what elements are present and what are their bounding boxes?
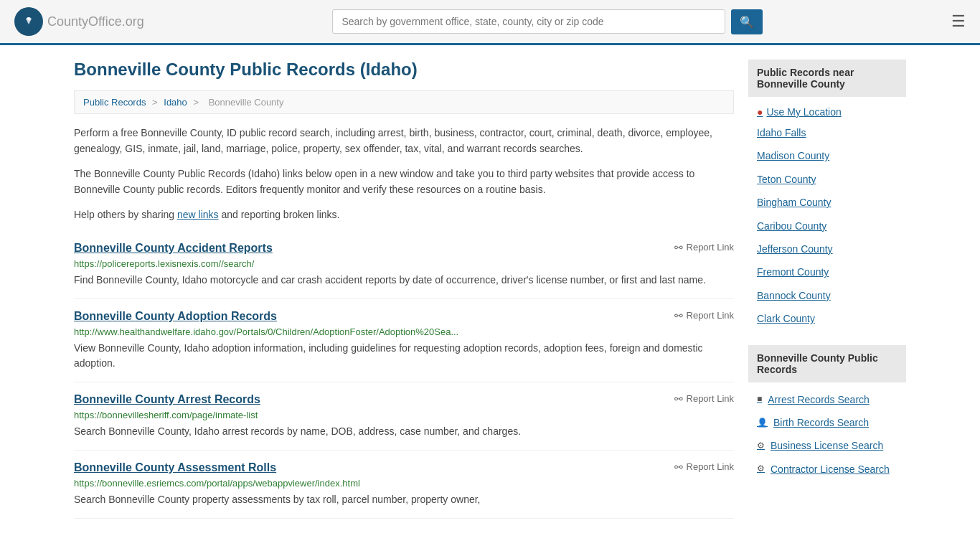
report-link-0[interactable]: ⚯ Report Link <box>674 242 734 253</box>
sidebar-record-icon-3: ⚙ <box>757 462 765 476</box>
description-1: Perform a free Bonneville County, ID pub… <box>74 125 734 157</box>
report-link-3[interactable]: ⚯ Report Link <box>674 461 734 473</box>
record-entry: Bonneville County Accident Reports ⚯ Rep… <box>74 231 734 299</box>
record-url-1[interactable]: http://www.healthandwelfare.idaho.gov/Po… <box>74 326 734 337</box>
nearby-section: Public Records near Bonneville County ● … <box>748 60 906 331</box>
report-link-2[interactable]: ⚯ Report Link <box>674 393 734 405</box>
breadcrumb-sep-1: > <box>152 97 160 108</box>
record-header-3: Bonneville County Assessment Rolls ⚯ Rep… <box>74 461 734 474</box>
description-3: Help others by sharing new links and rep… <box>74 207 734 222</box>
logo-icon <box>14 7 43 36</box>
report-icon-1: ⚯ <box>674 310 683 321</box>
menu-icon[interactable]: ☰ <box>951 12 966 31</box>
record-entry: Bonneville County Arrest Records ⚯ Repor… <box>74 382 734 451</box>
records-section-header: Bonneville County Public Records <box>748 345 906 382</box>
logo-text: CountyOffice.org <box>47 14 144 29</box>
report-link-label-0: Report Link <box>687 242 734 253</box>
breadcrumb-sep-2: > <box>193 97 201 108</box>
record-url-0[interactable]: https://policereports.lexisnexis.com//se… <box>74 258 734 269</box>
nearby-link-3[interactable]: Bingham County <box>748 191 906 214</box>
report-icon-3: ⚯ <box>674 461 683 473</box>
location-icon: ● <box>757 106 763 118</box>
search-icon: 🔍 <box>740 16 754 28</box>
records-section: Bonneville County Public Records ■ Arres… <box>748 345 906 481</box>
sidebar-record-icon-2: ⚙ <box>757 439 765 453</box>
breadcrumb: Public Records > Idaho > Bonneville Coun… <box>74 90 734 114</box>
report-link-1[interactable]: ⚯ Report Link <box>674 310 734 321</box>
record-desc-0: Find Bonneville County, Idaho motorcycle… <box>74 273 734 288</box>
content-area: Bonneville County Public Records (Idaho)… <box>74 60 734 519</box>
nearby-header: Public Records near Bonneville County <box>748 60 906 97</box>
sidebar-record-icon-1: 👤 <box>757 416 768 430</box>
sidebar-record-icon-0: ■ <box>757 392 762 406</box>
sidebar: Public Records near Bonneville County ● … <box>748 60 906 519</box>
sidebar-record-link-1[interactable]: 👤 Birth Records Search <box>748 411 906 434</box>
record-url-3[interactable]: https://bonneville.esriemcs.com/portal/a… <box>74 478 734 489</box>
sidebar-record-label-1: Birth Records Search <box>773 415 869 430</box>
use-location-link[interactable]: ● Use My Location <box>748 103 906 121</box>
record-header-1: Bonneville County Adoption Records ⚯ Rep… <box>74 310 734 323</box>
record-title-1[interactable]: Bonneville County Adoption Records <box>74 310 277 323</box>
record-header-0: Bonneville County Accident Reports ⚯ Rep… <box>74 242 734 255</box>
nearby-link-2[interactable]: Teton County <box>748 168 906 191</box>
report-icon-0: ⚯ <box>674 242 683 253</box>
svg-point-1 <box>27 17 30 20</box>
nearby-link-8[interactable]: Clark County <box>748 307 906 330</box>
new-links-link[interactable]: new links <box>177 209 219 220</box>
report-link-label-2: Report Link <box>687 393 734 404</box>
report-icon-2: ⚯ <box>674 393 683 405</box>
nearby-link-0[interactable]: Idaho Falls <box>748 121 906 144</box>
report-link-label-3: Report Link <box>687 461 734 472</box>
breadcrumb-current: Bonneville County <box>209 97 284 108</box>
sidebar-record-label-0: Arrest Records Search <box>768 392 870 408</box>
sidebar-record-label-3: Contractor License Search <box>771 461 890 477</box>
sidebar-record-link-3[interactable]: ⚙ Contractor License Search <box>748 458 906 481</box>
site-header: CountyOffice.org 🔍 ☰ <box>0 0 980 45</box>
breadcrumb-idaho[interactable]: Idaho <box>164 97 187 108</box>
sidebar-record-label-2: Business License Search <box>771 438 883 453</box>
record-url-2[interactable]: https://bonnevillesheriff.com/page/inmat… <box>74 410 734 420</box>
nearby-link-1[interactable]: Madison County <box>748 144 906 167</box>
breadcrumb-public-records[interactable]: Public Records <box>83 97 146 108</box>
search-input[interactable] <box>332 9 725 34</box>
nearby-link-5[interactable]: Jefferson County <box>748 237 906 260</box>
record-entry: Bonneville County Assessment Rolls ⚯ Rep… <box>74 451 734 519</box>
report-link-label-1: Report Link <box>687 310 734 321</box>
record-links: ■ Arrest Records Search 👤 Birth Records … <box>748 388 906 481</box>
record-desc-1: View Bonneville County, Idaho adoption i… <box>74 341 734 371</box>
search-button[interactable]: 🔍 <box>731 9 763 34</box>
nearby-links: Idaho FallsMadison CountyTeton CountyBin… <box>748 121 906 331</box>
search-area: 🔍 <box>332 9 763 34</box>
logo[interactable]: CountyOffice.org <box>14 7 144 36</box>
nearby-link-6[interactable]: Fremont County <box>748 260 906 283</box>
description-2: The Bonneville County Public Records (Id… <box>74 166 734 198</box>
records-container: Bonneville County Accident Reports ⚯ Rep… <box>74 231 734 519</box>
sidebar-record-link-2[interactable]: ⚙ Business License Search <box>748 434 906 457</box>
page-title: Bonneville County Public Records (Idaho) <box>74 60 734 80</box>
record-title-2[interactable]: Bonneville County Arrest Records <box>74 393 260 406</box>
main-container: Bonneville County Public Records (Idaho)… <box>60 45 920 533</box>
record-title-3[interactable]: Bonneville County Assessment Rolls <box>74 461 276 474</box>
nearby-link-4[interactable]: Caribou County <box>748 215 906 237</box>
record-desc-3: Search Bonneville County property assess… <box>74 492 734 507</box>
record-entry: Bonneville County Adoption Records ⚯ Rep… <box>74 299 734 382</box>
nearby-link-7[interactable]: Bannock County <box>748 284 906 307</box>
record-header-2: Bonneville County Arrest Records ⚯ Repor… <box>74 393 734 406</box>
record-desc-2: Search Bonneville County, Idaho arrest r… <box>74 424 734 439</box>
sidebar-record-link-0[interactable]: ■ Arrest Records Search <box>748 388 906 411</box>
record-title-0[interactable]: Bonneville County Accident Reports <box>74 242 273 255</box>
